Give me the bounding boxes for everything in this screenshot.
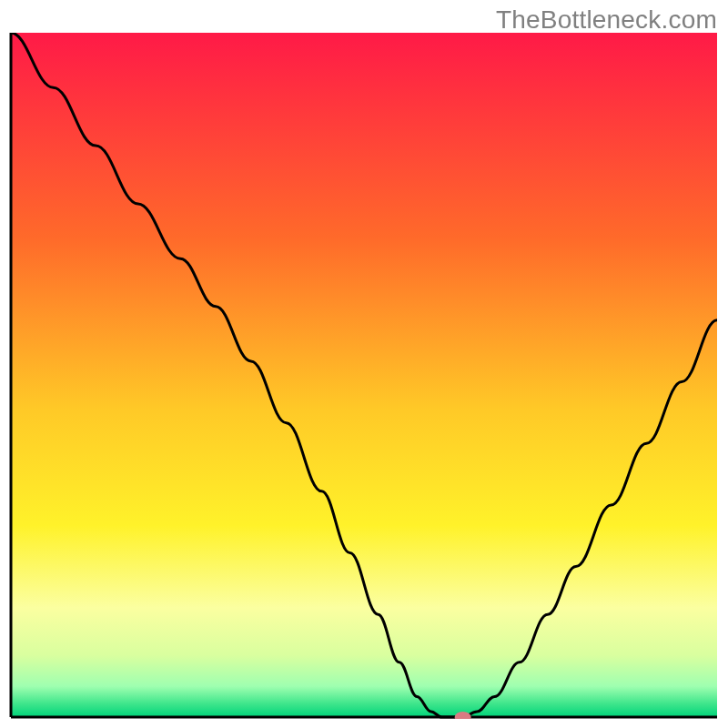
bottleneck-chart — [9, 33, 719, 719]
gradient-background — [11, 33, 717, 717]
chart-container: TheBottleneck.com — [0, 0, 728, 728]
watermark-text: TheBottleneck.com — [496, 5, 717, 35]
